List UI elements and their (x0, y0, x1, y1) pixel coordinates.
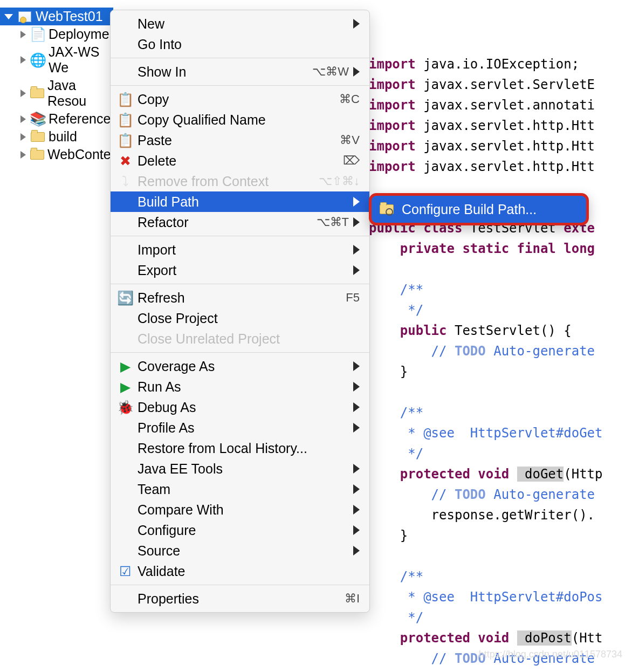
code-text: javax.servlet.http.Htt (416, 139, 595, 154)
menu-item-label: Remove from Context (138, 174, 314, 189)
menu-item-label: Import (138, 242, 349, 258)
menu-item-properties[interactable]: Properties⌘I (111, 588, 369, 609)
menu-item-import[interactable]: Import (111, 239, 369, 260)
project-root-selected[interactable]: WebTest01 (0, 8, 113, 25)
chevron-right-icon (20, 115, 26, 123)
menu-item-profile-as[interactable]: Profile As (111, 417, 369, 438)
code-comment: Auto-generate (486, 487, 595, 502)
chevron-right-icon (20, 56, 26, 64)
tree-item[interactable]: WebConten (0, 146, 113, 163)
code-keyword: import (369, 159, 416, 174)
submenu-arrow-icon (353, 67, 360, 77)
code-keyword: protected void (369, 630, 509, 646)
code-keyword: private static final long (369, 241, 595, 256)
code-comment: Auto-generate (486, 344, 595, 359)
code-text: .getWriter(). (493, 508, 595, 523)
tree-item[interactable]: build (0, 128, 113, 146)
debug-icon: 🐞 (117, 400, 133, 415)
folder-icon (30, 148, 44, 161)
menu-item-show-in[interactable]: Show In⌥⌘W (111, 61, 369, 82)
tree-item-label: Deploymen (49, 26, 116, 42)
chevron-right-icon (20, 133, 26, 141)
menu-item-accel: ⌘V (340, 133, 360, 147)
menu-item-compare-with[interactable]: Compare With (111, 499, 369, 520)
submenu-arrow-icon (353, 423, 360, 433)
tree-item-label: JAX-WS We (49, 44, 110, 76)
submenu-arrow-icon (353, 361, 360, 371)
tree-item[interactable]: 📚Referenced (0, 110, 113, 128)
context-menu: NewGo IntoShow In⌥⌘W📋Copy⌘C📋Copy Qualifi… (110, 10, 370, 613)
menu-item-remove-context: ⤵Remove from Context⌥⇧⌘↓ (111, 171, 369, 191)
submenu-arrow-icon (353, 19, 360, 29)
menu-item-coverage-as[interactable]: ▶Coverage As (111, 356, 369, 376)
code-comment: HttpServlet#doPos (455, 589, 603, 605)
tree-item[interactable]: Java Resou (0, 77, 113, 110)
menu-item-configure[interactable]: Configure (111, 520, 369, 540)
menu-item-paste[interactable]: 📋Paste⌘V (111, 130, 369, 150)
referenced-libs-icon: 📚 (30, 113, 45, 126)
submenu-arrow-icon (353, 484, 360, 494)
submenu-arrow-icon (353, 402, 360, 412)
tree-item[interactable]: 🌐JAX-WS We (0, 43, 113, 77)
menu-item-source[interactable]: Source (111, 540, 369, 561)
menu-item-label: Build Path (138, 194, 349, 210)
delete-icon: ✖ (117, 153, 133, 169)
tree-item-label: Referenced (49, 111, 118, 127)
submenu-arrow-icon (353, 265, 360, 275)
menu-item-label: Delete (138, 153, 339, 169)
run-icon: ▶ (117, 379, 133, 395)
code-keyword: protected void (369, 467, 509, 482)
code-comment: */ (369, 446, 423, 461)
coverage-icon: ▶ (117, 359, 133, 374)
menu-item-delete[interactable]: ✖Delete⌦ (111, 150, 369, 171)
menu-item-debug-as[interactable]: 🐞Debug As (111, 397, 369, 417)
menu-item-team[interactable]: Team (111, 479, 369, 499)
menu-item-label: Source (138, 543, 349, 559)
code-editor[interactable]: import java.io.IOException; import javax… (369, 33, 603, 672)
menu-item-validate[interactable]: ☑Validate (111, 561, 369, 581)
code-keyword: import (369, 139, 416, 154)
submenu-arrow-icon (353, 197, 360, 207)
menu-item-accel: ⌥⌘T (317, 215, 349, 229)
menu-item-close-project[interactable]: Close Project (111, 308, 369, 328)
copy-qualified-icon: 📋 (117, 112, 133, 128)
code-comment: /** (369, 282, 423, 297)
menu-item-label: Profile As (138, 420, 349, 436)
menu-item-export[interactable]: Export (111, 260, 369, 280)
submenu-arrow-icon (353, 245, 360, 255)
menu-item-label: Java EE Tools (138, 461, 349, 477)
code-comment: /** (369, 405, 423, 420)
menu-item-restore-history[interactable]: Restore from Local History... (111, 438, 369, 458)
menu-item-label: Export (138, 263, 349, 278)
menu-item-label: Close Unrelated Project (138, 331, 360, 347)
menu-item-go-into[interactable]: Go Into (111, 34, 369, 54)
code-text: (Http (564, 467, 602, 482)
menu-item-run-as[interactable]: ▶Run As (111, 376, 369, 397)
chevron-down-icon (4, 14, 13, 19)
code-comment: HttpServlet#doGet (455, 426, 603, 441)
menu-item-refactor[interactable]: Refactor⌥⌘T (111, 212, 369, 232)
code-keyword: import (369, 98, 416, 113)
menu-item-label: Close Project (138, 311, 360, 326)
menu-item-refresh[interactable]: 🔄RefreshF5 (111, 287, 369, 308)
menu-item-label: Run As (138, 379, 349, 395)
menu-item-label: Go Into (138, 37, 360, 52)
menu-item-java-ee-tools[interactable]: Java EE Tools (111, 458, 369, 479)
menu-item-accel: ⌘C (339, 92, 360, 106)
menu-item-copy[interactable]: 📋Copy⌘C (111, 89, 369, 109)
menu-item-new[interactable]: New (111, 13, 369, 34)
menu-item-copy-qualified[interactable]: 📋Copy Qualified Name (111, 109, 369, 130)
menu-item-close-unrelated: Close Unrelated Project (111, 328, 369, 349)
project-icon (17, 10, 32, 23)
submenu-configure-build-path[interactable]: Configure Build Path... (369, 193, 589, 225)
menu-item-build-path[interactable]: Build Path (111, 191, 369, 212)
submenu-arrow-icon (353, 525, 360, 535)
code-text: response (369, 508, 493, 523)
build-path-icon (379, 203, 394, 216)
folder-icon (30, 131, 45, 143)
menu-item-label: Coverage As (138, 359, 349, 374)
watermark: https://blog.csdn.net/u011578734 (479, 649, 622, 660)
code-keyword: import (369, 57, 416, 72)
tree-item[interactable]: 📄Deploymen (0, 25, 113, 43)
chevron-right-icon (20, 90, 26, 97)
